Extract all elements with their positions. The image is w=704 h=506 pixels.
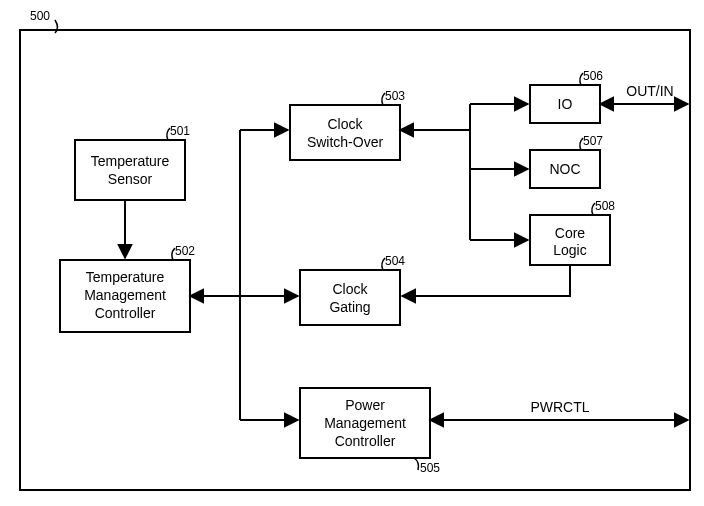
core-logic-line1: Core (555, 225, 586, 241)
block-diagram: 500 Temperature Sensor 501 Temperature M… (0, 0, 704, 506)
core-logic-ref: 508 (595, 199, 615, 213)
arrow-core-to-gating (402, 265, 570, 296)
power-mgmt-line2: Management (324, 415, 406, 431)
temp-mgmt-line3: Controller (95, 305, 156, 321)
svg-rect-2 (290, 105, 400, 160)
figure-ref-tick (55, 20, 58, 33)
noc-ref: 507 (583, 134, 603, 148)
temp-sensor-line2: Sensor (108, 171, 153, 187)
pwrctl-label: PWRCTL (530, 399, 589, 415)
clock-gating-ref: 504 (385, 254, 405, 268)
temp-sensor-line1: Temperature (91, 153, 170, 169)
temp-mgmt-line1: Temperature (86, 269, 165, 285)
svg-rect-3 (300, 270, 400, 325)
temp-mgmt-block: Temperature Management Controller 502 (60, 244, 195, 332)
clock-switch-block: Clock Switch-Over 503 (290, 89, 405, 160)
io-block: IO 506 (530, 69, 603, 123)
out-in-label: OUT/IN (626, 83, 673, 99)
power-mgmt-line1: Power (345, 397, 385, 413)
temp-sensor-block: Temperature Sensor 501 (75, 124, 190, 200)
temp-mgmt-line2: Management (84, 287, 166, 303)
clock-switch-line1: Clock (327, 116, 363, 132)
power-mgmt-line3: Controller (335, 433, 396, 449)
noc-block: NOC 507 (530, 134, 603, 188)
clock-switch-line2: Switch-Over (307, 134, 384, 150)
noc-line1: NOC (549, 161, 580, 177)
power-mgmt-ref: 505 (420, 461, 440, 475)
clock-gating-block: Clock Gating 504 (300, 254, 405, 325)
clock-gating-line1: Clock (332, 281, 368, 297)
core-logic-line2: Logic (553, 242, 586, 258)
clock-switch-ref: 503 (385, 89, 405, 103)
figure-ref-label: 500 (30, 9, 50, 23)
temp-sensor-ref: 501 (170, 124, 190, 138)
clock-gating-line2: Gating (329, 299, 370, 315)
io-ref: 506 (583, 69, 603, 83)
core-logic-block: Core Logic 508 (530, 199, 615, 265)
io-line1: IO (558, 96, 573, 112)
power-mgmt-block: Power Management Controller 505 (300, 388, 440, 475)
temp-mgmt-ref: 502 (175, 244, 195, 258)
